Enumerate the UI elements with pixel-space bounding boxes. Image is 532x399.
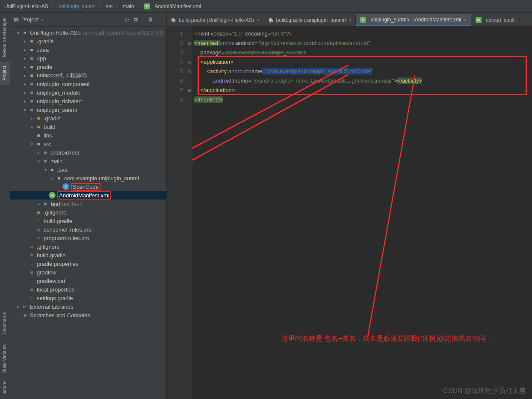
tab-project[interactable]: Project bbox=[0, 62, 10, 85]
tree-item--gitignore[interactable]: ≡.gitignore bbox=[10, 242, 166, 251]
editor-tab[interactable]: Muniplugin_sunmi\...\AndroidManifest.xml… bbox=[356, 14, 471, 26]
tree-item-com-example-uniplugin_sunmi[interactable]: ▾■com.example.uniplugin_sunmi bbox=[10, 174, 166, 182]
tree-item-uniapp------[interactable]: ▸■uniapp示例工程源码 bbox=[10, 71, 166, 80]
watermark: CSDN @深圳程序员打工崽 bbox=[443, 387, 526, 396]
tree-item-external-libraries[interactable]: ▸⊪External Libraries bbox=[10, 302, 166, 311]
bc-2[interactable]: src bbox=[106, 3, 112, 9]
tree-item-proguard-rules-pro[interactable]: ≡proguard-rules.pro bbox=[10, 234, 166, 242]
code-editor[interactable]: 12345678 ⊟⊟ □⊟ <?xml version="1.0" encod… bbox=[167, 27, 532, 399]
annotation-arrow-1 bbox=[192, 65, 440, 343]
tab-build-variants[interactable]: Build Variants bbox=[0, 340, 10, 377]
tree-item-scancode[interactable]: CScanCode bbox=[10, 182, 166, 191]
tab-bookmarks[interactable]: Bookmarks bbox=[0, 308, 10, 340]
tree-item-androidtest[interactable]: ▸■androidTest bbox=[10, 148, 166, 157]
tree-item-local-properties[interactable]: ≡local.properties bbox=[10, 285, 166, 294]
sort-icon[interactable]: ⇆ bbox=[133, 16, 138, 23]
xml-icon: M bbox=[144, 3, 150, 9]
editor-tab[interactable]: 🐘build.gradle (UniPlugin-Hello-AS)× bbox=[167, 14, 264, 26]
tree-item-gradlew[interactable]: ≡gradlew bbox=[10, 268, 166, 277]
tree-item-uniplugin_sunmi[interactable]: ▾■uniplugin_sunmi bbox=[10, 105, 166, 114]
bc-4[interactable]: AndroidManifest.xml bbox=[154, 3, 201, 9]
bc-0[interactable]: UniPlugin-Hello-AS bbox=[4, 3, 48, 9]
tree-item--idea[interactable]: ▸■.idea bbox=[10, 45, 166, 54]
project-icon: ▤ bbox=[14, 16, 19, 23]
project-panel: ▤ Project ▾ ⊙ ⇆ | ⚙ — ▾■UniPlugin-Hello-… bbox=[10, 13, 167, 399]
tree-item-src[interactable]: ▾■src bbox=[10, 140, 166, 148]
tree-item-settings-gradle[interactable]: ≡settings.gradle bbox=[10, 294, 166, 302]
tree-item--gradle[interactable]: ▸■.gradle bbox=[10, 114, 166, 122]
foldbar: ⊟⊟ □⊟ bbox=[186, 27, 192, 399]
tree-item--gitignore[interactable]: ≡.gitignore bbox=[10, 208, 166, 217]
editor-tab[interactable]: 🐘build.gradle (:uniplugin_sunmi)× bbox=[264, 14, 356, 26]
tab-structure[interactable]: ucture bbox=[0, 377, 10, 399]
tree-item-scratches-and-consoles[interactable]: ◈Scratches and Consoles bbox=[10, 311, 166, 319]
panel-title[interactable]: Project bbox=[21, 16, 38, 23]
code-content[interactable]: <?xml version="1.0" encoding="utf-8"?> <… bbox=[192, 27, 532, 399]
tree-item-uniplugin_richalert[interactable]: ▸■uniplugin_richalert bbox=[10, 97, 166, 105]
tree-item--gradle[interactable]: ▸■.gradle bbox=[10, 37, 166, 45]
editor-tabs: 🐘build.gradle (UniPlugin-Hello-AS)×🐘buil… bbox=[167, 13, 532, 27]
tree-item-app[interactable]: ▸■app bbox=[10, 54, 166, 63]
tree-item-gradlew-bat[interactable]: ≡gradlew.bat bbox=[10, 277, 166, 285]
bc-1[interactable]: uniplugin_sunmi bbox=[59, 3, 96, 9]
annotation-box-code bbox=[198, 56, 527, 95]
tab-resource-manager[interactable]: Resource Manager bbox=[0, 13, 10, 62]
tree-item-consumer-rules-pro[interactable]: ≡consumer-rules.pro bbox=[10, 225, 166, 234]
project-tree[interactable]: ▾■UniPlugin-Hello-AS E:\androidProject\A… bbox=[10, 27, 166, 399]
tree-item-libs[interactable]: ■libs bbox=[10, 131, 166, 140]
close-icon[interactable]: × bbox=[349, 18, 351, 23]
tree-item-build-gradle[interactable]: ≡build.gradle bbox=[10, 217, 166, 225]
tree-item-gradle-properties[interactable]: ≡gradle.properties bbox=[10, 259, 166, 268]
tree-item-androidmanifest-xml[interactable]: MAndroidManifest.xml bbox=[10, 191, 166, 200]
chevron-down-icon[interactable]: ▾ bbox=[41, 17, 43, 22]
gutter: 12345678 bbox=[167, 27, 186, 399]
breadcrumbs: UniPlugin-Hello-AS〉 uniplugin_sunmi〉 src… bbox=[0, 0, 532, 13]
tree-item-main[interactable]: ▾■main bbox=[10, 157, 166, 165]
tree-item-test[interactable]: ▸■test [unitTest] bbox=[10, 200, 166, 208]
tree-item-uniplugin-hello-as[interactable]: ▾■UniPlugin-Hello-AS E:\androidProject\A… bbox=[10, 28, 166, 37]
svg-line-4 bbox=[368, 75, 415, 336]
hide-icon[interactable]: — bbox=[157, 16, 163, 23]
tree-item-uniplugin_module[interactable]: ▸■uniplugin_module bbox=[10, 88, 166, 97]
annotation-arrow-3 bbox=[312, 75, 483, 349]
tree-item-java[interactable]: ▾■java bbox=[10, 165, 166, 174]
gear-icon[interactable]: ⚙ bbox=[148, 16, 153, 23]
divider-icon: | bbox=[142, 16, 144, 23]
annotation-arrow-2 bbox=[192, 65, 440, 356]
tree-item-gradle[interactable]: ▸■gradle bbox=[10, 63, 166, 71]
close-icon[interactable]: × bbox=[257, 18, 259, 23]
close-icon[interactable]: × bbox=[464, 17, 467, 22]
annotation-text: 这里的名称是 包名+类名，类名是必须要跟我们刚刚创建的类名相同， bbox=[281, 334, 521, 343]
tree-item-uniplugin_component[interactable]: ▸■uniplugin_component bbox=[10, 80, 166, 88]
bc-3[interactable]: main bbox=[123, 3, 134, 9]
left-gutter-tabs: Resource Manager Project Bookmarks Build… bbox=[0, 13, 10, 399]
tree-item-build[interactable]: ▸■build bbox=[10, 122, 166, 131]
target-icon[interactable]: ⊙ bbox=[124, 16, 129, 23]
tree-item-build-gradle[interactable]: ≡build.gradle bbox=[10, 251, 166, 259]
editor-tab[interactable]: Mdcloud_contr bbox=[471, 14, 520, 26]
